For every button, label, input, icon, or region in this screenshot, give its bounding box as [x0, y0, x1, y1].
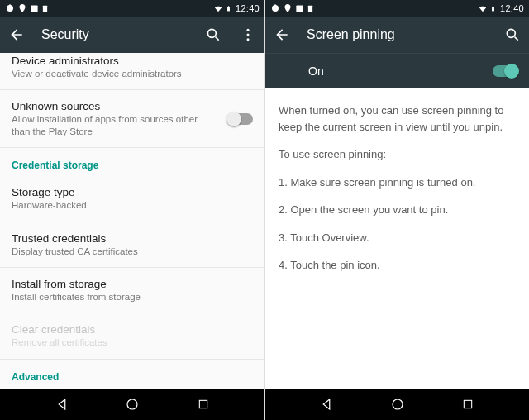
- item-clear-credentials: Clear credentials Remove all certificate…: [0, 313, 264, 359]
- svg-point-21: [393, 399, 403, 409]
- location-icon: [17, 3, 27, 13]
- search-button[interactable]: [203, 25, 223, 45]
- toolbar: Screen pinning: [265, 17, 529, 53]
- circle-home-icon: [125, 397, 140, 412]
- help-intro: When turned on, you can use screen pinni…: [279, 103, 516, 135]
- triangle-back-icon: [55, 397, 69, 412]
- item-subtitle: Install certificates from storage: [12, 291, 215, 303]
- back-arrow-icon: [8, 26, 25, 43]
- help-step-2: 2. Open the screen you want to pin.: [279, 202, 516, 218]
- location-icon: [283, 3, 293, 13]
- svg-point-10: [247, 38, 250, 41]
- item-subtitle: Hardware-backed: [12, 199, 215, 211]
- item-subtitle: Remove all certificates: [12, 336, 215, 348]
- help-lead: To use screen pinning:: [279, 146, 516, 163]
- back-button[interactable]: [272, 25, 292, 45]
- on-toggle-row[interactable]: On: [265, 53, 529, 88]
- clock: 12:40: [236, 3, 260, 13]
- nav-back[interactable]: [317, 395, 336, 413]
- svg-point-9: [247, 34, 250, 36]
- wifi-icon: [212, 4, 224, 13]
- item-title: Device administrators: [12, 55, 215, 67]
- sd-icon: [41, 4, 49, 13]
- settings-list[interactable]: Device administrators View or deactivate…: [0, 53, 264, 389]
- search-button[interactable]: [503, 25, 522, 45]
- help-text: When turned on, you can use screen pinni…: [265, 88, 529, 389]
- status-bar: 12:40: [265, 0, 529, 17]
- svg-line-7: [216, 37, 219, 41]
- svg-rect-4: [227, 7, 230, 11]
- search-icon: [504, 26, 521, 43]
- back-arrow-icon: [274, 26, 290, 43]
- overflow-button[interactable]: [238, 25, 258, 45]
- section-credential-storage: Credential storage: [0, 148, 264, 176]
- svg-point-11: [127, 399, 137, 409]
- nav-back[interactable]: [53, 395, 71, 413]
- image-icon: [30, 4, 39, 13]
- item-subtitle: Display trusted CA certificates: [12, 246, 215, 257]
- nav-recent[interactable]: [459, 395, 477, 413]
- help-step-3: 3. Touch Overview.: [279, 230, 516, 246]
- screen-screen-pinning: 12:40 Screen pinning On When turned on, …: [264, 0, 529, 420]
- circle-home-icon: [390, 397, 405, 412]
- section-advanced: Advanced: [0, 360, 264, 388]
- item-storage-type[interactable]: Storage type Hardware-backed: [0, 176, 264, 222]
- item-subtitle: View or deactivate device administrators: [12, 68, 215, 79]
- triangle-back-icon: [319, 397, 334, 412]
- image-icon: [295, 4, 304, 13]
- clock: 12:40: [500, 3, 524, 13]
- svg-rect-17: [492, 7, 494, 11]
- screen-security: 12:40 Security Device administrators Vie…: [0, 0, 264, 420]
- svg-point-19: [507, 29, 515, 37]
- square-recent-icon: [461, 398, 474, 411]
- svg-point-8: [247, 29, 250, 31]
- item-install-from-storage[interactable]: Install from storage Install certificate…: [0, 268, 264, 313]
- nav-home[interactable]: [123, 395, 141, 413]
- svg-rect-2: [31, 5, 37, 12]
- svg-rect-1: [9, 5, 11, 7]
- screen-pinning-toggle[interactable]: [493, 65, 517, 77]
- nav-home[interactable]: [388, 395, 407, 413]
- battery-icon: [226, 4, 231, 13]
- wifi-icon: [477, 4, 488, 13]
- svg-rect-15: [296, 5, 303, 12]
- svg-rect-5: [228, 6, 229, 7]
- help-step-4: 4. Touch the pin icon.: [279, 257, 516, 274]
- search-icon: [205, 26, 222, 43]
- item-trust-agents[interactable]: Trust agents View or deactivate trust ag…: [0, 388, 264, 389]
- svg-rect-22: [464, 400, 471, 408]
- item-trusted-credentials[interactable]: Trusted credentials Display trusted CA c…: [0, 222, 264, 268]
- toggle-label: On: [308, 64, 493, 78]
- back-button[interactable]: [7, 25, 26, 45]
- item-subtitle: Allow installation of apps from sources …: [12, 113, 215, 137]
- item-title: Trusted credentials: [12, 232, 215, 245]
- help-step-1: 1. Make sure screen pinning is turned on…: [279, 174, 516, 191]
- item-unknown-sources[interactable]: Unknown sources Allow installation of ap…: [0, 90, 264, 148]
- svg-line-20: [515, 37, 518, 41]
- item-title: Unknown sources: [12, 100, 215, 112]
- svg-rect-12: [199, 400, 207, 408]
- svg-rect-16: [308, 5, 312, 12]
- svg-rect-14: [274, 5, 276, 7]
- battery-icon: [490, 4, 496, 13]
- nav-bar: [0, 389, 264, 420]
- nav-bar: [265, 389, 529, 420]
- more-vert-icon: [240, 26, 256, 43]
- item-title: Clear credentials: [12, 323, 215, 336]
- page-title: Screen pinning: [307, 27, 488, 42]
- svg-rect-3: [43, 5, 47, 12]
- bug-icon: [5, 3, 15, 13]
- bug-icon: [270, 3, 280, 13]
- status-bar: 12:40: [0, 0, 264, 17]
- page-title: Security: [41, 27, 188, 42]
- item-title: Storage type: [12, 186, 215, 198]
- item-device-administrators[interactable]: Device administrators View or deactivate…: [0, 53, 264, 90]
- toolbar: Security: [0, 17, 264, 53]
- unknown-sources-toggle[interactable]: [228, 113, 253, 125]
- square-recent-icon: [197, 398, 210, 411]
- nav-recent[interactable]: [194, 395, 212, 413]
- svg-rect-18: [493, 6, 493, 7]
- svg-point-6: [207, 29, 216, 37]
- sd-icon: [307, 4, 314, 13]
- item-title: Install from storage: [12, 278, 215, 290]
